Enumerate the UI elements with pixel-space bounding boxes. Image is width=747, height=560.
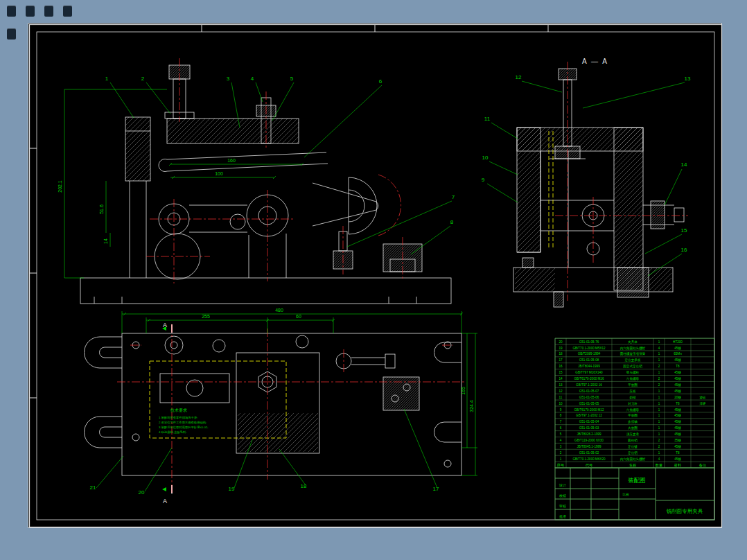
dim-324-4: 324.4: [469, 400, 474, 412]
desktop-icon[interactable]: [26, 6, 35, 17]
table-cell: 2: [658, 365, 660, 368]
table-cell: 双头螺柱: [626, 370, 640, 374]
desktop: { "page": { "colors": { "background": "#…: [0, 0, 747, 560]
scale-label: 比例: [623, 493, 630, 497]
table-cell: 对刀块: [628, 402, 638, 406]
dim-165: 165: [461, 387, 466, 395]
balloon-15: 15: [681, 227, 687, 234]
desktop-icon[interactable]: [7, 6, 16, 17]
balloon-9: 9: [482, 177, 485, 183]
front-view-dimensions: 160 100 51.6 14 202.1: [58, 89, 304, 278]
table-cell: 45钢: [674, 426, 681, 430]
table-header-cell: 名称: [629, 463, 637, 468]
table-cell: T8: [676, 451, 680, 455]
drawing-type: 装配图: [628, 477, 646, 484]
dim-255: 255: [202, 314, 210, 319]
fixture-name: 铣削面专用夹具: [666, 508, 703, 514]
table-cell: GB/T2089-1994: [578, 352, 601, 356]
table-cell: 6: [560, 426, 562, 430]
balloon-17: 17: [433, 486, 439, 492]
dim-160: 160: [227, 158, 236, 163]
table-cell: 9: [560, 408, 562, 412]
table-cell: 45钢: [674, 413, 681, 417]
table-cell: 平垫圈: [628, 413, 638, 417]
table-cell: GB/T6170-2000 M12: [574, 408, 604, 412]
drawing-sheet: 160 100 51.6 14 202.1 1 2 3 4 5 6 7 8 A …: [28, 23, 722, 528]
table-cell: 45钢: [674, 419, 681, 423]
balloon-20: 20: [139, 489, 145, 496]
table-cell: 1: [658, 420, 660, 423]
balloon-5: 5: [290, 76, 294, 82]
table-header-cell: 数量: [656, 463, 662, 467]
title-label-check: 校核: [559, 493, 566, 498]
table-cell: 20: [559, 340, 563, 344]
table-cell: G51-01-05-76: [579, 340, 599, 344]
title-label-approve: 批准: [559, 514, 566, 519]
table-cell: 17: [559, 358, 563, 362]
front-view-centerlines: [146, 58, 403, 283]
table-cell: 10: [559, 402, 563, 405]
front-view-geometry: [80, 65, 451, 304]
title-label-design: 设计: [559, 483, 566, 487]
table-cell: 1: [658, 451, 660, 455]
front-view-balloons: 1 2 3 4 5 6 7 8: [105, 76, 455, 254]
plan-view-geometry: [85, 324, 462, 493]
balloon-11: 11: [484, 116, 491, 122]
balloon-16: 16: [681, 247, 687, 253]
table-header-cell: 序号: [556, 463, 564, 467]
table-cell: T8: [676, 402, 680, 405]
table-cell: 1: [658, 408, 660, 412]
table-cell: 内六角圆柱头螺钉: [620, 457, 646, 462]
table-cell: 淬硬: [699, 401, 706, 406]
table-cell: 35钢: [674, 438, 681, 442]
parts-table: 20G51-01-05-76夹具体1HT20019GB/T70.1-2000 M…: [555, 338, 714, 468]
section-arrow-bottom: [162, 487, 166, 491]
table-cell: G51-01-05-03: [579, 426, 599, 430]
table-cell: T8: [676, 365, 680, 368]
table-cell: 45钢: [674, 370, 681, 374]
table-cell: 45钢: [674, 358, 681, 362]
table-cell: 连接轴: [628, 420, 638, 424]
table-cell: GB/T6170-2000 M16: [574, 377, 604, 380]
table-cell: 圆柱螺旋压缩弹簧: [620, 351, 646, 356]
table-cell: 1: [658, 414, 660, 417]
table-cell: 16: [559, 365, 563, 368]
table-cell: JB/T8026.2-1999: [577, 432, 601, 436]
table-cell: 定位支承板: [625, 358, 641, 362]
table-cell: 13: [559, 383, 563, 387]
table-cell: G51-01-05-04: [579, 420, 599, 423]
tech-requirements-title: 技术要求: [170, 408, 187, 413]
desktop-icon[interactable]: [44, 6, 53, 17]
dim-480: 480: [275, 308, 283, 313]
table-cell: 平垫圈: [628, 383, 638, 387]
dim-100: 100: [215, 171, 223, 176]
table-cell: 11: [559, 396, 563, 399]
table-cell: GB/T97.1-2002 12: [576, 414, 602, 417]
table-cell: 19: [559, 347, 563, 350]
balloon-21: 21: [90, 484, 96, 491]
balloon-12: 12: [516, 74, 522, 80]
table-cell: 1: [658, 426, 660, 430]
table-cell: 1: [658, 352, 660, 356]
balloon-6: 6: [379, 78, 383, 85]
table-cell: 4: [658, 347, 660, 350]
table-cell: 1: [658, 371, 660, 374]
desktop-icon[interactable]: [63, 6, 72, 17]
table-cell: 顶压支承: [626, 432, 640, 437]
table-cell: GB/T70.1-2000 M6X20: [572, 457, 606, 461]
balloon-2: 2: [141, 76, 145, 82]
table-cell: GB/T70.1-2000 M5X12: [572, 347, 606, 350]
table-cell: G51-01-05-02: [579, 451, 599, 455]
table-cell: 夹具体: [628, 340, 638, 344]
table-cell: 4: [560, 439, 562, 442]
table-cell: 固定式定位销: [623, 364, 642, 369]
table-cell: 2: [658, 377, 660, 380]
desktop-icon[interactable]: [7, 28, 16, 40]
table-cell: 1: [658, 390, 660, 393]
table-cell: 2: [658, 439, 660, 442]
table-cell: 2: [560, 451, 562, 455]
table-cell: 1: [560, 457, 562, 461]
table-cell: 45钢: [674, 389, 681, 393]
dim-60: 60: [296, 314, 301, 319]
table-cell: 定位销: [628, 450, 638, 455]
